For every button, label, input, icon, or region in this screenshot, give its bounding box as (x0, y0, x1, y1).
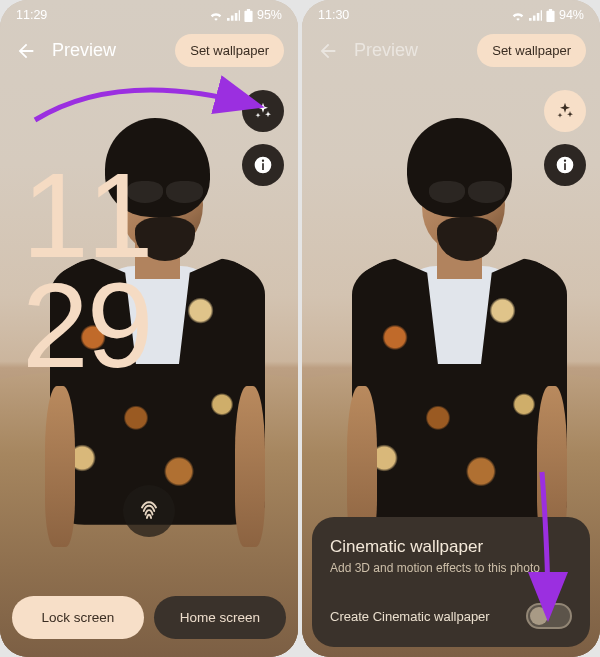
sparkle-icon (253, 101, 273, 121)
fingerprint-button[interactable] (123, 485, 175, 537)
page-title: Preview (354, 40, 463, 61)
battery-percent: 94% (559, 8, 584, 22)
back-arrow-icon (317, 40, 339, 62)
status-time: 11:30 (318, 8, 349, 22)
page-title: Preview (52, 40, 161, 61)
info-button[interactable] (544, 144, 586, 186)
effects-button[interactable] (544, 90, 586, 132)
status-bar: 11:30 94% (302, 0, 600, 30)
battery-icon (546, 9, 555, 22)
sheet-title: Cinematic wallpaper (330, 537, 572, 557)
status-bar: 11:29 95% (0, 0, 298, 30)
action-column (544, 90, 586, 186)
battery-percent: 95% (257, 8, 282, 22)
info-button[interactable] (242, 144, 284, 186)
lock-clock: 11 29 (22, 160, 151, 381)
back-button[interactable] (14, 39, 38, 63)
wifi-icon (511, 10, 525, 21)
info-icon (253, 155, 273, 175)
info-icon (555, 155, 575, 175)
battery-icon (244, 9, 253, 22)
action-column (242, 90, 284, 186)
tab-lock-screen[interactable]: Lock screen (12, 596, 144, 639)
set-wallpaper-button[interactable]: Set wallpaper (175, 34, 284, 67)
signal-icon (227, 10, 240, 21)
set-wallpaper-button[interactable]: Set wallpaper (477, 34, 586, 67)
back-button[interactable] (316, 39, 340, 63)
cinematic-sheet: Cinematic wallpaper Add 3D and motion ef… (312, 517, 590, 647)
clock-minutes: 29 (22, 270, 151, 380)
toggle-label: Create Cinematic wallpaper (330, 609, 490, 624)
effects-button[interactable] (242, 90, 284, 132)
status-time: 11:29 (16, 8, 47, 22)
header: Preview Set wallpaper (0, 34, 298, 67)
sheet-subtitle: Add 3D and motion effects to this photo (330, 561, 572, 575)
sparkle-icon (555, 101, 575, 121)
signal-icon (529, 10, 542, 21)
back-arrow-icon (15, 40, 37, 62)
screenshot-right: 11:30 94% Preview Set wallpaper Cinemati… (302, 0, 600, 657)
clock-hours: 11 (22, 160, 151, 270)
tab-home-screen[interactable]: Home screen (154, 596, 286, 639)
header: Preview Set wallpaper (302, 34, 600, 67)
preview-tabs: Lock screen Home screen (12, 596, 286, 639)
fingerprint-icon (135, 497, 163, 525)
wifi-icon (209, 10, 223, 21)
cinematic-toggle[interactable] (526, 603, 572, 629)
screenshot-left: 11:29 95% Preview Set wallpaper 11 29 Lo… (0, 0, 298, 657)
toggle-knob (530, 607, 548, 625)
